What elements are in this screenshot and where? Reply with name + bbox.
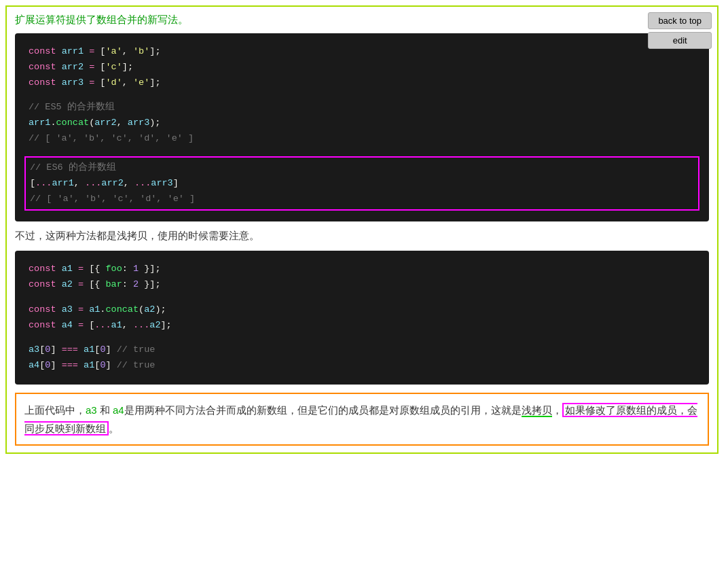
code-line: // ES5 的合并数组: [29, 100, 695, 115]
note-period: 。: [109, 423, 119, 434]
note-a4: a4: [113, 404, 124, 416]
note-text-and: 和: [97, 404, 113, 416]
code-line: const a1 = [{ foo: 1 }];: [29, 262, 695, 277]
code-line: // [ 'a', 'b', 'c', 'd', 'e' ]: [30, 192, 694, 207]
code-line: const a3 = a1.concat(a2);: [29, 302, 695, 318]
note-text-after: 是用两种不同方法合并而成的新数组，但是它们的成员都是对原数组成员的引用，这就是: [124, 404, 522, 416]
edit-button[interactable]: edit: [648, 32, 712, 49]
note-a3: a3: [86, 404, 97, 416]
code-line: a3[0] === a1[0] // true: [29, 342, 695, 358]
between-text: 不过，这两种方法都是浅拷贝，使用的时候需要注意。: [15, 230, 709, 243]
code-line: const a2 = [{ bar: 2 }];: [29, 277, 695, 293]
code-line: [...arr1, ...arr2, ...arr3]: [30, 176, 694, 192]
code-empty-line: [29, 334, 695, 343]
code-block-2: const a1 = [{ foo: 1 }]; const a2 = [{ b…: [15, 251, 709, 385]
code-block-1: const arr1 = ['a', 'b']; const arr2 = ['…: [15, 33, 709, 221]
code-empty-line: [29, 147, 695, 156]
code-empty-line: [29, 91, 695, 101]
intro-text: 扩展运算符提供了数组合并的新写法。: [15, 14, 641, 26]
note-box: 上面代码中，a3 和 a4是用两种不同方法合并而成的新数组，但是它们的成员都是对…: [15, 393, 709, 446]
top-buttons-area: back to top edit: [648, 12, 712, 49]
code-line: arr1.concat(arr2, arr3);: [29, 115, 695, 131]
code-line: // [ 'a', 'b', 'c', 'd', 'e' ]: [29, 131, 695, 147]
code-line: const arr2 = ['c'];: [29, 60, 695, 75]
code-empty-line: [29, 293, 695, 302]
code-line: // ES6 的合并数组: [30, 160, 694, 176]
code-line: a4[0] === a1[0] // true: [29, 358, 695, 374]
code-line: const arr1 = ['a', 'b'];: [29, 44, 695, 60]
main-content-wrapper: back to top edit 扩展运算符提供了数组合并的新写法。 const…: [5, 5, 718, 454]
code-line: const a4 = [...a1, ...a2];: [29, 318, 695, 334]
note-shallow: 浅拷贝: [522, 404, 552, 417]
back-to-top-button[interactable]: back to top: [648, 12, 712, 29]
es6-highlight-box: // ES6 的合并数组 [...arr1, ...arr2, ...arr3]…: [24, 156, 699, 211]
note-text-before-a3: 上面代码中，: [24, 404, 86, 416]
code-line: const arr3 = ['d', 'e'];: [29, 75, 695, 91]
